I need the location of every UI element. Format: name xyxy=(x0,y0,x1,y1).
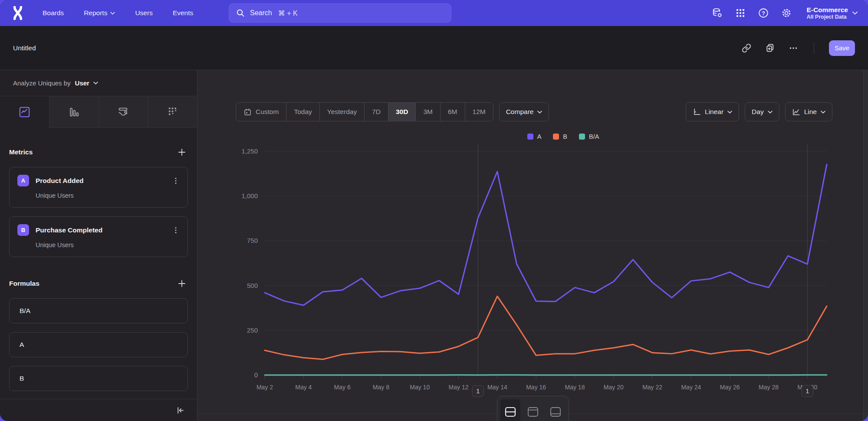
search-shortcut: ⌘ + K xyxy=(278,9,298,17)
metric-subtitle: Unique Users xyxy=(36,242,180,248)
top-nav: BoardsReportsUsersEvents Search ⌘ + K xyxy=(0,0,868,26)
add-formula-button[interactable] xyxy=(176,277,188,290)
formula-label: B xyxy=(20,375,24,382)
compare-button[interactable]: Compare xyxy=(499,102,549,121)
series-line-a[interactable] xyxy=(265,164,827,305)
legend-label: B/A xyxy=(589,133,599,140)
metric-card-row: BPurchase Completed xyxy=(17,224,180,236)
formula-card[interactable]: B/A xyxy=(9,298,188,323)
granularity-button[interactable]: Day xyxy=(745,102,779,121)
project-switcher[interactable]: E-Commerce All Project Data xyxy=(806,6,858,21)
tab-scatter-chart[interactable] xyxy=(148,96,197,128)
chart-legend: ABB/A xyxy=(197,133,868,140)
annotation-badge-label: 1 xyxy=(806,388,809,395)
nav-link-label: Boards xyxy=(43,9,64,17)
axis-scale-icon xyxy=(693,108,701,116)
scatter-chart-tab-icon xyxy=(167,106,178,118)
line-chart[interactable]: 02505007501,0001,250May 2May 4May 6May 8… xyxy=(204,144,838,413)
apps-grid-icon[interactable] xyxy=(735,7,746,19)
layout-bottom-button[interactable] xyxy=(546,399,566,421)
x-axis-label: May 22 xyxy=(642,384,662,391)
range-today[interactable]: Today xyxy=(286,103,319,121)
content-area: Analyze Uniques by User xyxy=(0,70,868,421)
nav-link-label: Reports xyxy=(84,9,107,17)
metric-menu-icon[interactable] xyxy=(172,177,180,185)
range-label: 3M xyxy=(423,108,433,116)
annotation-badge-label: 1 xyxy=(476,388,480,395)
metric-menu-icon[interactable] xyxy=(172,226,180,234)
tab-line-chart[interactable] xyxy=(0,96,49,128)
legend-swatch xyxy=(553,134,559,140)
range-label: 6M xyxy=(448,108,457,116)
scrollbar-track[interactable] xyxy=(863,70,868,421)
metric-card-list: AProduct AddedUnique UsersBPurchase Comp… xyxy=(9,167,188,257)
range-7d[interactable]: 7D xyxy=(365,103,388,121)
copy-link-icon[interactable] xyxy=(741,42,752,54)
y-axis-label: 1,250 xyxy=(241,147,258,155)
x-axis-label: May 16 xyxy=(526,384,546,391)
legend-label: B xyxy=(563,133,567,140)
formula-card[interactable]: B xyxy=(9,366,188,391)
formula-card[interactable]: A xyxy=(9,332,188,357)
metric-card[interactable]: AProduct AddedUnique Users xyxy=(9,167,188,208)
range-6m[interactable]: 6M xyxy=(441,103,465,121)
calendar-icon xyxy=(243,108,252,116)
scale-button[interactable]: Linear xyxy=(686,102,739,121)
range-label: Yesterday xyxy=(327,108,357,116)
help-icon[interactable]: ? xyxy=(758,7,769,19)
x-axis-label: May 20 xyxy=(604,384,624,391)
formula-label: B/A xyxy=(20,307,30,314)
data-management-icon[interactable] xyxy=(712,7,723,19)
line-chart-tab-icon xyxy=(19,106,30,118)
nav-link-users[interactable]: Users xyxy=(135,9,152,17)
y-axis-label: 750 xyxy=(247,237,258,244)
legend-swatch xyxy=(579,134,585,140)
nav-link-boards[interactable]: Boards xyxy=(43,9,64,17)
mixpanel-logo[interactable] xyxy=(10,6,25,20)
scale-label: Linear xyxy=(705,108,723,116)
layout-split-button[interactable] xyxy=(500,399,520,421)
x-axis-label: May 2 xyxy=(256,384,273,391)
range-yesterday[interactable]: Yesterday xyxy=(320,103,365,121)
legend-item-b-a[interactable]: B/A xyxy=(579,133,599,140)
legend-item-b[interactable]: B xyxy=(553,133,567,140)
metrics-heading: Metrics xyxy=(9,148,33,156)
range-30d[interactable]: 30D xyxy=(388,103,416,121)
range-label: 12M xyxy=(473,108,486,116)
settings-gear-icon[interactable] xyxy=(781,7,792,19)
bar-chart-tab-icon xyxy=(68,106,80,118)
x-axis-label: May 14 xyxy=(487,384,507,391)
metric-badge: B xyxy=(17,224,29,236)
date-range-control: CustomTodayYesterday7D30D3M6M12M xyxy=(236,102,493,121)
legend-item-a[interactable]: A xyxy=(527,133,542,140)
y-axis-label: 0 xyxy=(254,371,258,379)
more-options-icon[interactable] xyxy=(788,42,799,54)
duplicate-icon[interactable] xyxy=(764,42,776,54)
add-metric-button[interactable] xyxy=(176,146,188,158)
nav-link-label: Events xyxy=(173,9,193,17)
search-placeholder: Search xyxy=(250,9,272,17)
search-input[interactable]: Search ⌘ + K xyxy=(229,3,451,23)
formula-label: A xyxy=(20,341,24,348)
report-title[interactable]: Untitled xyxy=(13,44,36,52)
collapse-sidebar-icon[interactable] xyxy=(176,406,185,415)
range-label: Today xyxy=(294,108,312,116)
analyze-value-dropdown[interactable]: User xyxy=(75,79,89,87)
layout-top-button[interactable] xyxy=(523,399,543,421)
tab-flow-chart[interactable] xyxy=(99,96,148,128)
range-custom[interactable]: Custom xyxy=(236,103,286,121)
report-header: Untitled Save xyxy=(0,26,868,70)
metric-badge: A xyxy=(17,175,29,186)
tab-bar-chart[interactable] xyxy=(49,96,99,128)
chart-panel: CustomTodayYesterday7D30D3M6M12M Compare… xyxy=(197,70,868,421)
legend-label: A xyxy=(537,133,542,140)
nav-link-reports[interactable]: Reports xyxy=(84,9,115,17)
range-3m[interactable]: 3M xyxy=(416,103,441,121)
metric-card[interactable]: BPurchase CompletedUnique Users xyxy=(9,216,188,257)
chart-type-button[interactable]: Line xyxy=(785,102,832,121)
nav-link-events[interactable]: Events xyxy=(173,9,193,17)
save-button[interactable]: Save xyxy=(829,40,855,56)
series-line-b[interactable] xyxy=(265,296,827,359)
range-12m[interactable]: 12M xyxy=(465,103,493,121)
metric-name: Product Added xyxy=(36,177,84,185)
